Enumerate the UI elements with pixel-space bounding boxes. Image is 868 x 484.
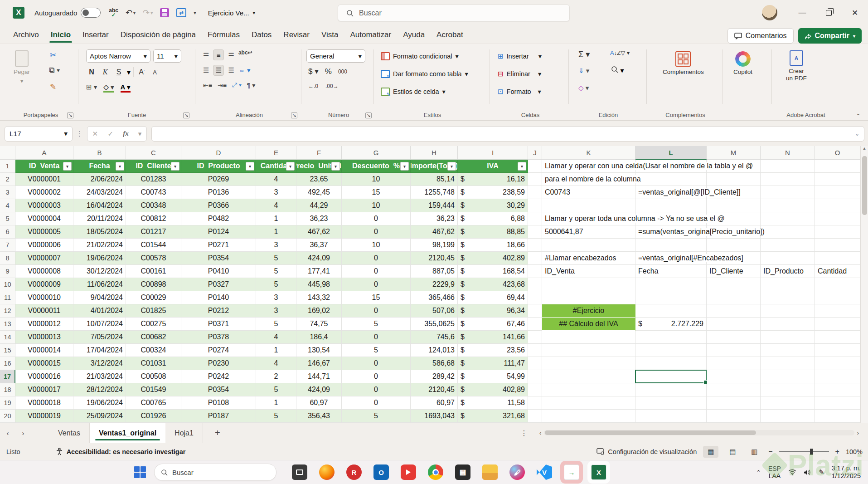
cell-B3[interactable]: 24/03/2024: [73, 186, 126, 199]
underline-button[interactable]: S: [113, 67, 124, 78]
table-column-header-Precio_Unitario[interactable]: Precio_Unitario▾: [296, 160, 342, 173]
currency-format-button[interactable]: $ ▾: [308, 67, 319, 76]
cell-D11[interactable]: P0140: [181, 291, 256, 304]
sheet-tab-ventas1_original[interactable]: Ventas1_original: [90, 423, 165, 443]
start-button[interactable]: [134, 466, 146, 478]
cell-L4[interactable]: [635, 199, 707, 212]
cell-F12[interactable]: 169,02: [296, 304, 342, 318]
cell-E9[interactable]: 5: [256, 265, 296, 278]
tab-insertar[interactable]: Insertar: [77, 28, 115, 44]
cell-E15[interactable]: 1: [256, 344, 296, 357]
cell-D13[interactable]: P0371: [181, 318, 256, 331]
fill-color-button[interactable]: ◇ ▾: [103, 83, 114, 91]
format-as-table-button[interactable]: Dar formato como tabla▾: [381, 68, 468, 80]
cell-I6[interactable]: $88,85: [458, 225, 528, 239]
cell-H20[interactable]: 1693,043: [411, 410, 458, 423]
align-right-button[interactable]: ☰: [228, 66, 234, 74]
cell-H12[interactable]: 507,06: [411, 304, 458, 318]
file-explorer-icon[interactable]: [482, 464, 498, 480]
row-header-20[interactable]: 20: [0, 410, 15, 423]
cell-J10[interactable]: [528, 278, 542, 291]
cell-L3[interactable]: =ventas_original[@[ID_Cliente]]: [635, 186, 707, 199]
language-indicator[interactable]: ESPLAA: [768, 465, 781, 479]
borders-button[interactable]: ⊞ ▾: [86, 83, 97, 91]
cell-B4[interactable]: 16/04/2024: [73, 199, 126, 212]
increase-decimal-button[interactable]: ←.0: [308, 83, 318, 89]
cell-A5[interactable]: V0000004: [15, 212, 73, 225]
font-name-select[interactable]: Aptos Narrow▾: [86, 49, 150, 63]
cell-H6[interactable]: 467,62: [411, 225, 458, 239]
cell-C19[interactable]: C00765: [126, 396, 181, 410]
cell-C13[interactable]: C00275: [126, 318, 181, 331]
cell-K2[interactable]: para el nombre de la columna: [542, 173, 635, 186]
font-dialog-launcher[interactable]: ↘: [183, 112, 189, 118]
cell-I19[interactable]: $11,58: [458, 396, 528, 410]
cell-H15[interactable]: 124,013: [411, 344, 458, 357]
cell-H13[interactable]: 355,0625: [411, 318, 458, 331]
cell-F5[interactable]: 36,23: [296, 212, 342, 225]
cell-K12[interactable]: #Ejercicio: [542, 304, 635, 318]
vertical-scrollbar[interactable]: ▲: [860, 146, 868, 423]
cell-A4[interactable]: V0000003: [15, 199, 73, 212]
cell-D6[interactable]: P0124: [181, 225, 256, 239]
cell-H11[interactable]: 365,466: [411, 291, 458, 304]
cell-I4[interactable]: $30,29: [458, 199, 528, 212]
cell-H16[interactable]: 586,68: [411, 357, 458, 370]
tab-f-rmulas[interactable]: Fórmulas: [202, 28, 246, 44]
cell-G10[interactable]: 0: [342, 278, 411, 291]
row-header-4[interactable]: 4: [0, 199, 15, 212]
decrease-decimal-button[interactable]: .00→: [325, 83, 339, 89]
cell-N17[interactable]: [761, 370, 815, 383]
volume-icon[interactable]: [804, 469, 811, 476]
cell-H9[interactable]: 887,05: [411, 265, 458, 278]
table-column-header-ID_Cliente[interactable]: ID_Cliente▾: [126, 160, 181, 173]
cell-H17[interactable]: 289,42: [411, 370, 458, 383]
cell-D14[interactable]: P0378: [181, 331, 256, 344]
cell-C5[interactable]: C00812: [126, 212, 181, 225]
cell-C4[interactable]: C00348: [126, 199, 181, 212]
cell-N16[interactable]: [761, 357, 815, 370]
excel-taskbar-icon[interactable]: X: [591, 464, 606, 480]
column-header-J[interactable]: J: [528, 146, 542, 160]
row-header-1[interactable]: 1: [0, 160, 15, 173]
filter-icon[interactable]: ▾: [400, 162, 409, 171]
cell-J14[interactable]: [528, 331, 542, 344]
cell-C14[interactable]: C00682: [126, 331, 181, 344]
user-avatar[interactable]: [762, 5, 777, 20]
minimize-button[interactable]: —: [789, 0, 815, 25]
sheet-options-icon[interactable]: ⋮: [520, 429, 528, 437]
column-header-B[interactable]: B: [73, 146, 126, 160]
selected-cell-L17[interactable]: [635, 370, 707, 383]
row-header-17[interactable]: 17: [0, 370, 15, 383]
cell-B12[interactable]: 4/01/2024: [73, 304, 126, 318]
cell-K18[interactable]: [542, 383, 635, 396]
delete-cells-button[interactable]: ⊟ Eliminar▾: [498, 68, 541, 80]
cell-A19[interactable]: V0000018: [15, 396, 73, 410]
cell-E19[interactable]: 1: [256, 396, 296, 410]
table-column-header-Fecha[interactable]: Fecha▾: [73, 160, 126, 173]
paragraph-button[interactable]: ¶ ▾: [247, 82, 255, 89]
cancel-entry-icon[interactable]: ✕: [92, 130, 98, 138]
cell-L20[interactable]: [635, 410, 707, 423]
cell-M11[interactable]: [707, 291, 761, 304]
cell-M10[interactable]: [707, 278, 761, 291]
cell-O1[interactable]: [815, 160, 860, 173]
cell-F13[interactable]: 74,75: [296, 318, 342, 331]
copilot-button[interactable]: Copilot: [733, 51, 752, 75]
cell-D10[interactable]: P0327: [181, 278, 256, 291]
cell-L2[interactable]: [635, 173, 707, 186]
cell-A8[interactable]: V0000007: [15, 252, 73, 265]
column-header-G[interactable]: G: [342, 146, 411, 160]
outlook-icon[interactable]: O: [373, 464, 389, 480]
select-all-corner[interactable]: [0, 146, 15, 160]
table-column-header-Cantidad[interactable]: Cantidad▾: [256, 160, 296, 173]
zoom-in-button[interactable]: +: [835, 448, 839, 456]
cell-A2[interactable]: V0000001: [15, 173, 73, 186]
paste-button[interactable]: Pegar▾: [14, 50, 30, 84]
cell-D18[interactable]: P0354: [181, 383, 256, 396]
cell-F2[interactable]: 23,65: [296, 173, 342, 186]
align-middle-button[interactable]: ≡: [213, 49, 224, 60]
cell-N14[interactable]: [761, 331, 815, 344]
cell-M2[interactable]: [707, 173, 761, 186]
cell-I11[interactable]: $69,44: [458, 291, 528, 304]
